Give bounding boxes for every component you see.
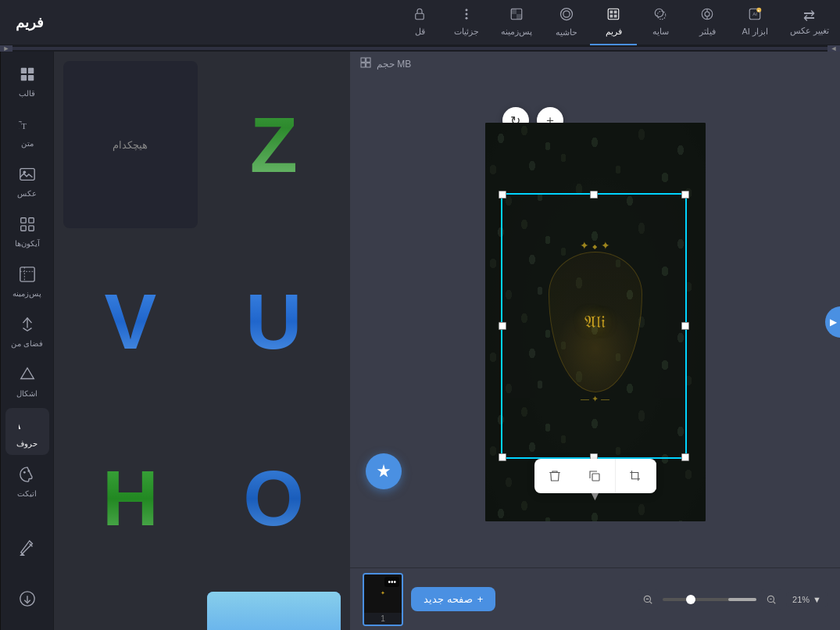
collapse-arrow[interactable]: ▼ xyxy=(589,489,602,503)
canvas-header: MB حجم xyxy=(350,52,840,76)
svg-rect-19 xyxy=(517,14,522,20)
sidebar-item-text[interactable]: T T متن xyxy=(5,108,49,155)
right-sidebar: قالب T T متن عکس xyxy=(0,52,53,630)
zoom-in-btn[interactable] xyxy=(761,589,781,610)
svg-text:T: T xyxy=(21,120,27,130)
background-sidebar-icon xyxy=(19,266,36,287)
svg-rect-11 xyxy=(610,10,613,13)
letters-label: حروف xyxy=(16,439,38,448)
frame-none[interactable]: هیچکدام xyxy=(63,61,198,228)
frame-icon xyxy=(606,7,620,25)
tool-frame[interactable]: فریم xyxy=(590,0,637,45)
calligraphy-frame: ✦ ⬥ ✦ 𝔄𝔩𝔦 — ✦ — xyxy=(525,220,666,424)
tool-details[interactable]: جزئیات xyxy=(443,0,490,45)
sticker-icon xyxy=(19,466,36,487)
lock-icon xyxy=(413,7,427,25)
side-expand-btn[interactable]: ▶ xyxy=(825,306,840,338)
sidebar-item-template[interactable]: قالب xyxy=(5,58,49,105)
sidebar-item-background[interactable]: پس‌زمینه xyxy=(5,258,49,305)
sidebar-item-pen[interactable] xyxy=(5,527,49,574)
svg-rect-47 xyxy=(28,225,33,230)
ai-icon: AI ★ xyxy=(748,7,762,25)
icons-label: آیکون‌ها xyxy=(15,239,40,248)
tool-border[interactable]: حاشیه xyxy=(543,0,590,45)
shapes-icon xyxy=(19,366,36,387)
svg-rect-45 xyxy=(28,217,33,222)
tool-flip[interactable]: ⇄ تغییر عکس xyxy=(779,0,840,45)
toolbar-title: فریم xyxy=(0,14,59,31)
svg-text:★: ★ xyxy=(757,9,760,12)
frame-letter-o[interactable]: O xyxy=(207,415,341,582)
frame-letter-u[interactable]: U xyxy=(207,238,341,405)
crop-button[interactable] xyxy=(616,459,656,493)
svg-point-5 xyxy=(705,12,710,16)
scroll-right-btn[interactable]: ► xyxy=(0,45,13,52)
main-layout: MB حجم ＋ ↻ xyxy=(0,52,840,630)
myspace-label: فضای من xyxy=(11,339,43,348)
sidebar-item-image[interactable]: عکس xyxy=(5,158,49,205)
svg-rect-44 xyxy=(20,217,25,222)
frame-letter-y[interactable]: Y xyxy=(63,592,198,630)
tool-lock[interactable]: قل xyxy=(396,0,443,45)
svg-rect-13 xyxy=(610,14,613,17)
frame-landscape[interactable] xyxy=(207,592,341,630)
svg-point-15 xyxy=(561,8,573,20)
zoom-thumb[interactable] xyxy=(686,595,695,604)
filter-icon xyxy=(700,7,714,25)
tool-ai[interactable]: AI ★ ابزار AI xyxy=(731,0,778,45)
sidebar-item-shapes[interactable]: اشکال xyxy=(5,358,49,405)
ai-magic-button[interactable] xyxy=(366,453,402,489)
background-label: پس‌زمینه xyxy=(13,289,41,298)
myspace-icon xyxy=(19,316,36,337)
zoom-out-btn[interactable] xyxy=(638,589,658,610)
canvas-workspace[interactable]: ＋ ↻ ✦ ⬥ ✦ xyxy=(350,76,840,567)
svg-rect-10 xyxy=(609,9,620,20)
svg-rect-23 xyxy=(416,13,424,20)
svg-rect-12 xyxy=(614,10,617,13)
page-thumb-menu[interactable]: ••• xyxy=(384,577,399,587)
sidebar-item-download[interactable] xyxy=(5,577,49,624)
sidebar-item-letters[interactable]: A حروف xyxy=(5,408,49,455)
duplicate-button[interactable] xyxy=(575,459,616,493)
svg-point-21 xyxy=(466,13,468,15)
svg-point-20 xyxy=(466,9,468,11)
svg-rect-25 xyxy=(366,58,370,62)
svg-rect-39 xyxy=(27,74,33,80)
add-page-btn[interactable]: + صفحه جدید xyxy=(411,587,495,611)
svg-marker-49 xyxy=(20,367,34,378)
svg-line-31 xyxy=(773,601,775,603)
tool-filter[interactable]: فیلتر xyxy=(684,0,731,45)
size-icon xyxy=(359,56,372,71)
sidebar-item-myspace[interactable]: فضای من xyxy=(5,308,49,355)
horizontal-scroll[interactable]: ◄ ► xyxy=(0,45,840,52)
add-page-label: صفحه جدید xyxy=(424,593,473,605)
tool-background[interactable]: پس‌زمینه xyxy=(490,0,543,45)
shadow-icon xyxy=(653,7,667,25)
tool-shadow[interactable]: سایه xyxy=(637,0,684,45)
svg-point-22 xyxy=(466,16,468,19)
pen-icon xyxy=(19,540,36,561)
svg-rect-37 xyxy=(27,67,33,73)
frame-grid: Z هیچکدام U V O H Y F L xyxy=(54,52,350,630)
flip-icon: ⇄ xyxy=(803,7,815,24)
delete-button[interactable] xyxy=(534,459,575,493)
page-thumbnail-1[interactable]: ••• ✦ 1 xyxy=(363,573,403,626)
icons-icon xyxy=(19,216,36,237)
frame-letter-h[interactable]: H xyxy=(63,415,198,582)
zoom-controls: ▼ 21% xyxy=(638,589,827,610)
svg-rect-27 xyxy=(366,63,370,67)
letters-icon: A xyxy=(19,416,36,437)
zoom-slider[interactable] xyxy=(663,598,756,601)
toolbar-tools: ⇄ تغییر عکس AI ★ ابزار AI xyxy=(59,0,840,45)
calligraphy-art: ✦ ⬥ ✦ 𝔄𝔩𝔦 — ✦ — xyxy=(537,236,654,408)
scroll-track[interactable] xyxy=(13,47,827,50)
sticker-label: اتیکت xyxy=(17,489,37,498)
scroll-left-btn[interactable]: ◄ xyxy=(827,45,840,52)
svg-text:A: A xyxy=(19,417,21,431)
zoom-dropdown[interactable]: ▼ 21% xyxy=(786,592,827,607)
sidebar-item-icons[interactable]: آیکون‌ها xyxy=(5,208,49,255)
frame-letter-z[interactable]: Z xyxy=(207,61,341,228)
sidebar-item-sticker[interactable]: اتیکت xyxy=(5,458,49,505)
frame-letter-v[interactable]: V xyxy=(63,238,198,405)
svg-point-16 xyxy=(563,10,570,16)
